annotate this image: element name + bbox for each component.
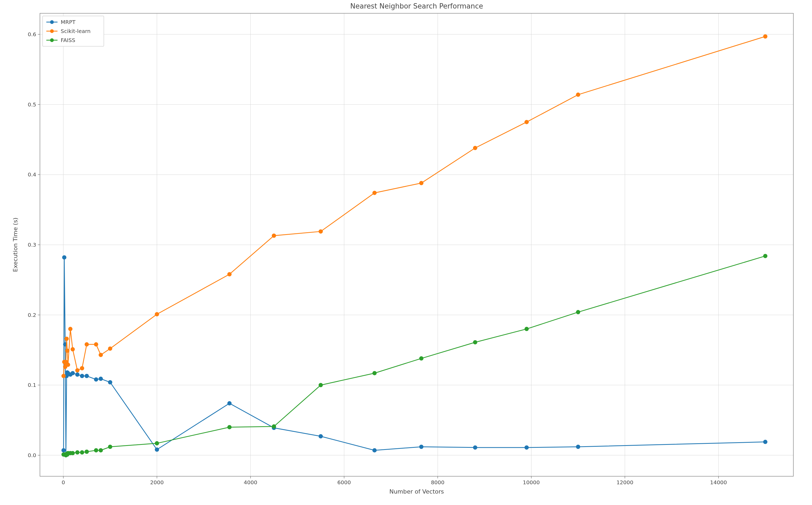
series-marker bbox=[764, 440, 767, 444]
series-marker bbox=[155, 312, 159, 316]
legend-label: FAISS bbox=[61, 37, 75, 43]
series-marker bbox=[525, 327, 528, 331]
chart-title: Nearest Neighbor Search Performance bbox=[350, 2, 483, 10]
y-tick-label: 0.2 bbox=[28, 312, 36, 318]
series-line-2 bbox=[63, 256, 766, 455]
series-marker bbox=[85, 342, 89, 346]
series-marker bbox=[62, 374, 65, 378]
y-axis-label: Execution Time (s) bbox=[12, 218, 19, 272]
series-marker bbox=[108, 445, 112, 449]
x-tick-label: 10000 bbox=[523, 479, 540, 486]
y-tick-label: 0.4 bbox=[28, 171, 36, 178]
series-marker bbox=[85, 374, 89, 378]
series-marker bbox=[94, 448, 98, 452]
series-marker bbox=[373, 448, 377, 452]
x-tick-label: 8000 bbox=[431, 479, 445, 486]
series-marker bbox=[576, 93, 580, 97]
series-marker bbox=[228, 425, 231, 429]
series-marker bbox=[66, 363, 70, 367]
series-marker bbox=[473, 340, 477, 344]
series-marker bbox=[373, 191, 377, 195]
chart-container: 020004000600080001000012000140000.00.10.… bbox=[0, 0, 812, 505]
series-marker bbox=[80, 366, 84, 370]
y-tick-label: 0.3 bbox=[28, 241, 36, 248]
legend-swatch-marker bbox=[50, 29, 54, 33]
series-marker bbox=[473, 146, 477, 150]
x-tick-label: 0 bbox=[62, 479, 65, 486]
series-marker bbox=[71, 347, 75, 351]
series-marker bbox=[62, 448, 65, 452]
x-tick-label: 14000 bbox=[710, 479, 727, 486]
series-marker bbox=[319, 383, 323, 387]
series-marker bbox=[71, 451, 75, 455]
series-marker bbox=[319, 229, 323, 233]
series-marker bbox=[65, 349, 69, 353]
y-tick-label: 0.6 bbox=[28, 31, 36, 37]
series-marker bbox=[764, 35, 767, 38]
legend-swatch-marker bbox=[50, 20, 54, 24]
series-marker bbox=[71, 371, 75, 375]
series-line-1 bbox=[63, 36, 766, 376]
series-marker bbox=[85, 450, 89, 454]
series-marker bbox=[319, 435, 323, 438]
y-tick-label: 0.0 bbox=[28, 452, 36, 459]
y-tick-label: 0.5 bbox=[28, 102, 36, 108]
series-marker bbox=[69, 327, 72, 331]
series-marker bbox=[62, 256, 66, 259]
series-marker bbox=[420, 356, 423, 360]
series-marker bbox=[576, 445, 580, 449]
legend-swatch-marker bbox=[50, 38, 54, 42]
series-marker bbox=[155, 448, 159, 452]
series-marker bbox=[108, 380, 112, 384]
line-chart: 020004000600080001000012000140000.00.10.… bbox=[0, 0, 812, 505]
series-marker bbox=[99, 353, 103, 357]
series-marker bbox=[525, 120, 528, 124]
series-marker bbox=[473, 446, 477, 450]
series-marker bbox=[272, 234, 276, 237]
series-marker bbox=[108, 347, 112, 350]
series-marker bbox=[525, 446, 528, 450]
series-marker bbox=[228, 273, 231, 276]
x-tick-label: 6000 bbox=[337, 479, 351, 486]
series-marker bbox=[76, 368, 79, 372]
x-axis-label: Number of Vectors bbox=[389, 488, 444, 495]
series-marker bbox=[94, 342, 98, 346]
x-tick-label: 12000 bbox=[616, 479, 633, 486]
series-marker bbox=[80, 451, 84, 454]
series-marker bbox=[99, 377, 103, 381]
series-marker bbox=[373, 371, 377, 375]
series-marker bbox=[80, 374, 84, 378]
legend-label: MRPT bbox=[61, 19, 76, 25]
series-marker bbox=[228, 401, 231, 405]
y-tick-label: 0.1 bbox=[28, 382, 36, 388]
series-marker bbox=[76, 451, 79, 454]
series-marker bbox=[420, 181, 423, 185]
x-tick-label: 4000 bbox=[244, 479, 257, 486]
legend-label: Scikit-learn bbox=[61, 28, 91, 34]
series-marker bbox=[155, 442, 159, 445]
series-marker bbox=[764, 254, 767, 258]
series-marker bbox=[76, 373, 79, 376]
series-marker bbox=[420, 445, 423, 449]
x-tick-label: 2000 bbox=[150, 479, 164, 486]
series-marker bbox=[99, 448, 103, 452]
series-marker bbox=[272, 425, 276, 429]
series-line-0 bbox=[63, 257, 766, 455]
series-marker bbox=[65, 337, 69, 341]
series-marker bbox=[576, 310, 580, 314]
series-marker bbox=[94, 377, 98, 381]
